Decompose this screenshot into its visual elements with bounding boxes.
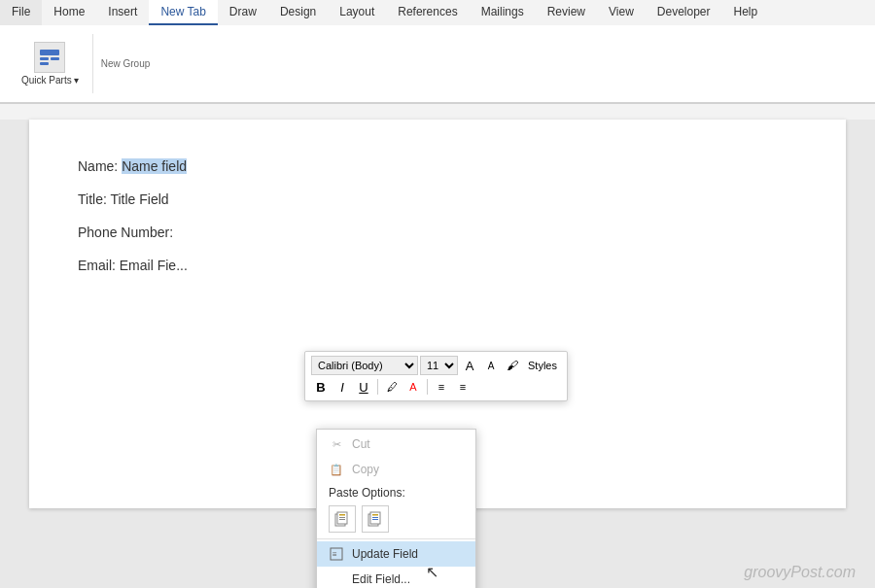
format-painter-button[interactable]: 🖌 [503,356,522,375]
doc-line-email: Email: Email Fie... [78,258,797,273]
underline-button[interactable]: U [354,377,373,397]
tab-home[interactable]: Home [42,0,96,25]
cut-icon: ✂ [329,436,344,452]
doc-line-title: Title: Title Field [78,191,797,207]
font-grow-button[interactable]: A [460,356,479,375]
paste-keep-source-button[interactable] [329,505,356,533]
ctx-paste-icons-row [317,503,475,536]
ctx-edit-field[interactable]: Edit Field... [317,567,475,588]
paste-merge-formatting-button[interactable] [362,505,389,533]
tab-new-tab[interactable]: New Tab [149,0,217,25]
document-wrapper: Name: Name field Title: Title Field Phon… [0,120,875,588]
quick-parts-icon [34,42,65,73]
ctx-separator-1 [317,538,475,539]
name-field-value: Name field [122,158,187,174]
tab-references[interactable]: References [386,0,469,25]
svg-rect-11 [372,514,378,516]
document-page: Name: Name field Title: Title Field Phon… [29,120,846,508]
ribbon-group-quick-parts: Quick Parts ▾ [8,34,93,93]
svg-rect-2 [51,57,59,60]
ctx-update-field[interactable]: ≡ Update Field [317,541,475,567]
svg-rect-12 [372,517,378,518]
tab-view[interactable]: View [597,0,646,25]
bold-button[interactable]: B [311,377,331,397]
highlight-button[interactable]: 🖊 [382,377,402,397]
svg-rect-0 [40,50,59,55]
styles-button[interactable]: Styles [524,356,561,375]
ribbon: File Home Insert New Tab Draw Design Lay… [0,0,875,104]
font-size-select[interactable]: 11 [420,356,458,375]
doc-line-phone: Phone Number: [78,225,797,240]
context-menu: ✂ Cut 📋 Copy Paste Options: [316,429,476,588]
svg-text:≡: ≡ [332,550,337,559]
italic-button[interactable]: I [332,377,352,397]
tab-layout[interactable]: Layout [328,0,386,25]
svg-rect-1 [40,57,49,60]
edit-field-icon [329,571,344,587]
quick-parts-button[interactable]: Quick Parts ▾ [16,38,85,89]
mini-toolbar: Calibri (Body) 11 A A 🖌 Styles B I U 🖊 [304,351,568,401]
tab-developer[interactable]: Developer [646,0,722,25]
svg-rect-13 [372,519,378,520]
ctx-paste-options-label: Paste Options: [317,482,475,503]
list-button[interactable]: ≡ [453,377,472,397]
ribbon-tab-bar: File Home Insert New Tab Draw Design Lay… [0,0,875,25]
svg-rect-8 [339,519,345,520]
font-family-select[interactable]: Calibri (Body) [311,356,418,375]
ribbon-content: Quick Parts ▾ New Group [0,25,875,103]
tab-mailings[interactable]: Mailings [470,0,536,25]
tab-insert[interactable]: Insert [96,0,149,25]
copy-icon: 📋 [329,462,344,477]
font-shrink-button[interactable]: A [481,356,501,375]
toolbar-divider-1 [377,379,378,395]
align-button[interactable]: ≡ [432,377,451,397]
tab-design[interactable]: Design [268,0,328,25]
doc-line-name: Name: Name field [78,158,797,174]
font-color-button[interactable]: A [403,377,423,397]
watermark: groovyPost.com [744,564,856,581]
quick-parts-label: Quick Parts ▾ [21,75,79,86]
ctx-cut[interactable]: ✂ Cut [317,432,475,457]
tab-file[interactable]: File [0,0,42,25]
ctx-copy[interactable]: 📋 Copy [317,457,475,482]
new-group-label: New Group [93,54,158,73]
svg-rect-6 [339,514,345,516]
svg-rect-7 [339,517,345,518]
tab-help[interactable]: Help [722,0,770,25]
update-field-icon: ≡ [329,546,344,562]
toolbar-divider-2 [427,379,428,395]
tab-review[interactable]: Review [536,0,597,25]
svg-rect-3 [40,62,49,65]
tab-draw[interactable]: Draw [218,0,268,25]
